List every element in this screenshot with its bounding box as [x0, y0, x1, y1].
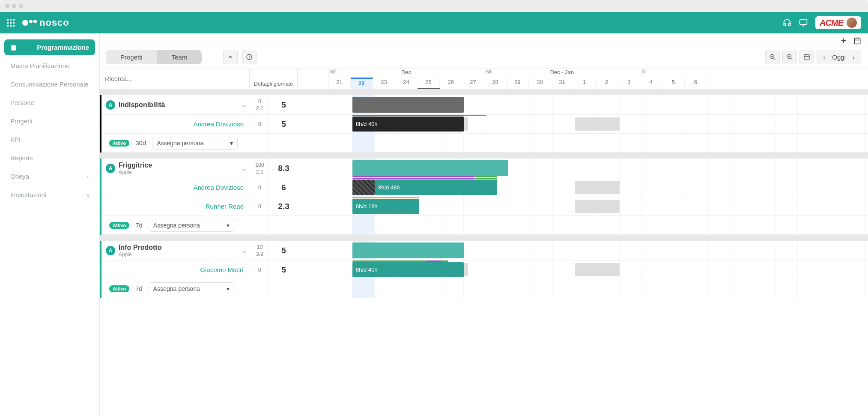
sidebar-item-5[interactable]: KPI: [4, 132, 95, 147]
project-name: Info Prodotto: [119, 244, 161, 251]
person-link[interactable]: Andrea Dovizioso: [106, 120, 247, 128]
sidebar-item-4[interactable]: Progetti: [4, 113, 95, 129]
brand-logo[interactable]: nosco: [22, 17, 69, 28]
person-link[interactable]: Giacomo Macrì: [106, 266, 247, 273]
status-badge: Attivo: [109, 222, 129, 229]
tab-team[interactable]: Team: [157, 50, 202, 64]
row-total: 6: [268, 178, 299, 197]
row-total: 2.3: [268, 197, 299, 215]
project-stat-1: 10: [257, 244, 263, 250]
cast-icon[interactable]: [799, 18, 808, 27]
gantt-bar[interactable]: 8h/d 40h: [352, 262, 464, 277]
day-26[interactable]: 26: [440, 78, 462, 89]
chevron-down-icon[interactable]: ⌄: [242, 164, 247, 172]
client-name: ACME: [820, 18, 843, 28]
day-28[interactable]: 28: [484, 78, 507, 89]
today-button: ‹ Oggi ›: [817, 50, 861, 64]
sidebar-item-label: Impostazioni: [10, 191, 46, 198]
chevron-down-icon: ▾: [227, 222, 230, 229]
svg-rect-6: [7, 25, 9, 27]
sidebar-item-7[interactable]: Obeya‹: [4, 168, 95, 184]
svg-rect-4: [10, 22, 12, 24]
project-badge: A: [106, 164, 115, 173]
sidebar-item-3[interactable]: Persone: [4, 95, 95, 111]
day-27[interactable]: 27: [462, 78, 484, 89]
collapse-up-icon[interactable]: [223, 50, 238, 64]
sidebar-item-0[interactable]: Programmazione: [4, 39, 95, 55]
day-4[interactable]: 4: [640, 78, 662, 89]
calendar-plus-icon[interactable]: [853, 37, 861, 45]
window-dot-yellow[interactable]: [12, 4, 16, 8]
person-link[interactable]: Runner Road: [106, 203, 247, 210]
chevron-left-icon: ‹: [87, 173, 89, 180]
assign-person-select[interactable]: Assegna persona▾: [149, 282, 234, 295]
project-badge: A: [106, 100, 115, 110]
day-31[interactable]: 31: [551, 78, 573, 89]
day-2[interactable]: 2: [596, 78, 618, 89]
sidebar-item-1[interactable]: Macro Pianificazione: [4, 58, 95, 74]
status-badge: Attivo: [109, 285, 129, 292]
sidebar-item-label: Macro Pianificazione: [10, 62, 69, 69]
chevron-down-icon[interactable]: ⌄: [242, 246, 247, 254]
add-icon[interactable]: [840, 37, 847, 45]
window-dot-red[interactable]: [5, 4, 9, 8]
sidebar-item-label: Programmazione: [37, 44, 89, 51]
chevron-down-icon[interactable]: ⌄: [242, 101, 247, 109]
zoom-in-icon[interactable]: [765, 50, 780, 64]
day-3[interactable]: 3: [618, 78, 640, 89]
svg-rect-10: [11, 45, 16, 50]
svg-rect-9: [800, 20, 807, 25]
sidebar-item-label: Progetti: [10, 117, 33, 125]
gantt-bar[interactable]: 8h/d 40h: [352, 117, 464, 132]
svg-rect-11: [854, 38, 860, 44]
next-icon[interactable]: ›: [849, 54, 858, 61]
row-stat: 0: [251, 178, 268, 197]
main: Progetti Team ‹ Oggi › Dettagli g: [100, 33, 868, 416]
gantt-bar[interactable]: 8h/d 48h: [375, 180, 497, 195]
gantt-bar[interactable]: [352, 180, 375, 195]
avatar[interactable]: [847, 18, 857, 28]
row-stat: 0: [251, 260, 268, 279]
chevron-left-icon: ‹: [87, 191, 89, 198]
day-5[interactable]: 5: [662, 78, 685, 89]
project-subtitle: Apple: [119, 251, 161, 257]
day-1[interactable]: 1: [573, 78, 596, 89]
tab-projects[interactable]: Progetti: [106, 50, 157, 64]
sidebar-item-2[interactable]: Consuntivazione Personale: [4, 76, 95, 92]
day-25[interactable]: 25: [418, 78, 440, 89]
sidebar-item-6[interactable]: Reports: [4, 150, 95, 166]
project-total: 5: [268, 95, 299, 114]
svg-rect-1: [10, 19, 12, 21]
project-stat-1: 0: [258, 99, 261, 105]
project-stat-1: 100: [255, 162, 264, 168]
clock-icon[interactable]: [242, 50, 257, 64]
support-icon[interactable]: [783, 18, 791, 27]
person-link[interactable]: Andrea Dovizioso: [106, 184, 247, 191]
day-29[interactable]: 29: [507, 78, 529, 89]
today-label[interactable]: Oggi: [829, 54, 849, 61]
svg-rect-15: [804, 55, 809, 60]
calendar-icon[interactable]: [799, 50, 814, 64]
assign-person-select[interactable]: Assegna persona▾: [149, 219, 234, 232]
zoom-out-icon[interactable]: [782, 50, 797, 64]
apps-grid-icon[interactable]: [7, 19, 15, 27]
gantt-bar[interactable]: 6h/d 18h: [352, 199, 419, 214]
gantt-grid: Dettagli giornate 52Dec53Dec - Jan1 2122…: [100, 69, 868, 416]
project-stat-2: 2.1: [256, 169, 263, 175]
client-badge[interactable]: ACME: [815, 16, 861, 29]
prev-icon[interactable]: ‹: [820, 54, 829, 61]
assign-person-select[interactable]: Assegna persona▾: [152, 137, 238, 150]
search-input[interactable]: [105, 75, 244, 82]
window-dot-green[interactable]: [19, 4, 23, 8]
day-6[interactable]: 6: [685, 78, 707, 89]
day-21[interactable]: 21: [328, 78, 351, 89]
project-badge: A: [106, 246, 115, 255]
day-30[interactable]: 30: [529, 78, 551, 89]
day-22[interactable]: 22: [351, 78, 373, 89]
svg-rect-0: [7, 19, 9, 21]
day-23[interactable]: 23: [373, 78, 395, 89]
sidebar-item-8[interactable]: Impostazioni‹: [4, 187, 95, 203]
sidebar-item-label: Reports: [10, 154, 33, 162]
day-24[interactable]: 24: [395, 78, 418, 89]
duration-text: 7d: [135, 285, 143, 292]
